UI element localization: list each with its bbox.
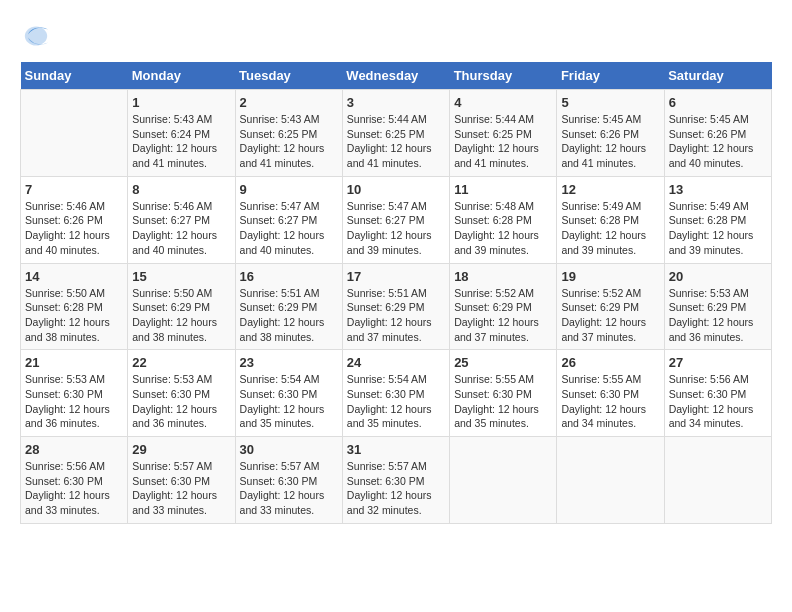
weekday-header-thursday: Thursday [450, 62, 557, 90]
day-number: 29 [132, 442, 230, 457]
day-info: Sunrise: 5:53 AMSunset: 6:30 PMDaylight:… [25, 372, 123, 431]
day-number: 14 [25, 269, 123, 284]
weekday-header-monday: Monday [128, 62, 235, 90]
calendar-week-row: 1Sunrise: 5:43 AMSunset: 6:24 PMDaylight… [21, 90, 772, 177]
weekday-header-wednesday: Wednesday [342, 62, 449, 90]
day-info: Sunrise: 5:54 AMSunset: 6:30 PMDaylight:… [240, 372, 338, 431]
day-number: 4 [454, 95, 552, 110]
day-info: Sunrise: 5:43 AMSunset: 6:25 PMDaylight:… [240, 112, 338, 171]
calendar-cell: 21Sunrise: 5:53 AMSunset: 6:30 PMDayligh… [21, 350, 128, 437]
day-info: Sunrise: 5:44 AMSunset: 6:25 PMDaylight:… [347, 112, 445, 171]
day-info: Sunrise: 5:45 AMSunset: 6:26 PMDaylight:… [561, 112, 659, 171]
day-info: Sunrise: 5:43 AMSunset: 6:24 PMDaylight:… [132, 112, 230, 171]
calendar-cell: 31Sunrise: 5:57 AMSunset: 6:30 PMDayligh… [342, 437, 449, 524]
page-header [20, 20, 772, 52]
day-info: Sunrise: 5:50 AMSunset: 6:29 PMDaylight:… [132, 286, 230, 345]
day-info: Sunrise: 5:49 AMSunset: 6:28 PMDaylight:… [669, 199, 767, 258]
day-number: 13 [669, 182, 767, 197]
day-number: 25 [454, 355, 552, 370]
calendar-cell: 24Sunrise: 5:54 AMSunset: 6:30 PMDayligh… [342, 350, 449, 437]
day-number: 31 [347, 442, 445, 457]
calendar-cell [21, 90, 128, 177]
day-info: Sunrise: 5:52 AMSunset: 6:29 PMDaylight:… [454, 286, 552, 345]
calendar-cell: 3Sunrise: 5:44 AMSunset: 6:25 PMDaylight… [342, 90, 449, 177]
day-info: Sunrise: 5:57 AMSunset: 6:30 PMDaylight:… [347, 459, 445, 518]
day-info: Sunrise: 5:49 AMSunset: 6:28 PMDaylight:… [561, 199, 659, 258]
calendar-cell: 20Sunrise: 5:53 AMSunset: 6:29 PMDayligh… [664, 263, 771, 350]
logo [20, 20, 56, 52]
day-number: 5 [561, 95, 659, 110]
calendar-cell: 4Sunrise: 5:44 AMSunset: 6:25 PMDaylight… [450, 90, 557, 177]
day-info: Sunrise: 5:47 AMSunset: 6:27 PMDaylight:… [240, 199, 338, 258]
calendar-cell: 30Sunrise: 5:57 AMSunset: 6:30 PMDayligh… [235, 437, 342, 524]
day-info: Sunrise: 5:46 AMSunset: 6:27 PMDaylight:… [132, 199, 230, 258]
calendar-cell: 28Sunrise: 5:56 AMSunset: 6:30 PMDayligh… [21, 437, 128, 524]
day-number: 7 [25, 182, 123, 197]
calendar-cell [664, 437, 771, 524]
day-number: 22 [132, 355, 230, 370]
calendar-cell: 13Sunrise: 5:49 AMSunset: 6:28 PMDayligh… [664, 176, 771, 263]
day-number: 19 [561, 269, 659, 284]
day-info: Sunrise: 5:53 AMSunset: 6:29 PMDaylight:… [669, 286, 767, 345]
day-number: 16 [240, 269, 338, 284]
day-info: Sunrise: 5:48 AMSunset: 6:28 PMDaylight:… [454, 199, 552, 258]
day-info: Sunrise: 5:55 AMSunset: 6:30 PMDaylight:… [454, 372, 552, 431]
day-info: Sunrise: 5:55 AMSunset: 6:30 PMDaylight:… [561, 372, 659, 431]
day-info: Sunrise: 5:54 AMSunset: 6:30 PMDaylight:… [347, 372, 445, 431]
day-info: Sunrise: 5:44 AMSunset: 6:25 PMDaylight:… [454, 112, 552, 171]
day-number: 8 [132, 182, 230, 197]
day-number: 11 [454, 182, 552, 197]
day-number: 12 [561, 182, 659, 197]
weekday-header-saturday: Saturday [664, 62, 771, 90]
weekday-header-friday: Friday [557, 62, 664, 90]
day-number: 20 [669, 269, 767, 284]
day-number: 1 [132, 95, 230, 110]
day-number: 15 [132, 269, 230, 284]
weekday-header-sunday: Sunday [21, 62, 128, 90]
day-number: 6 [669, 95, 767, 110]
calendar-week-row: 14Sunrise: 5:50 AMSunset: 6:28 PMDayligh… [21, 263, 772, 350]
day-info: Sunrise: 5:50 AMSunset: 6:28 PMDaylight:… [25, 286, 123, 345]
day-number: 17 [347, 269, 445, 284]
day-info: Sunrise: 5:52 AMSunset: 6:29 PMDaylight:… [561, 286, 659, 345]
calendar-cell: 22Sunrise: 5:53 AMSunset: 6:30 PMDayligh… [128, 350, 235, 437]
calendar-cell: 25Sunrise: 5:55 AMSunset: 6:30 PMDayligh… [450, 350, 557, 437]
calendar-cell [557, 437, 664, 524]
day-info: Sunrise: 5:56 AMSunset: 6:30 PMDaylight:… [669, 372, 767, 431]
day-number: 28 [25, 442, 123, 457]
day-number: 21 [25, 355, 123, 370]
calendar-cell: 23Sunrise: 5:54 AMSunset: 6:30 PMDayligh… [235, 350, 342, 437]
day-number: 9 [240, 182, 338, 197]
calendar-cell: 27Sunrise: 5:56 AMSunset: 6:30 PMDayligh… [664, 350, 771, 437]
day-number: 24 [347, 355, 445, 370]
calendar-cell: 7Sunrise: 5:46 AMSunset: 6:26 PMDaylight… [21, 176, 128, 263]
day-number: 3 [347, 95, 445, 110]
day-info: Sunrise: 5:47 AMSunset: 6:27 PMDaylight:… [347, 199, 445, 258]
calendar-cell: 18Sunrise: 5:52 AMSunset: 6:29 PMDayligh… [450, 263, 557, 350]
day-info: Sunrise: 5:53 AMSunset: 6:30 PMDaylight:… [132, 372, 230, 431]
day-info: Sunrise: 5:56 AMSunset: 6:30 PMDaylight:… [25, 459, 123, 518]
calendar-cell [450, 437, 557, 524]
day-number: 23 [240, 355, 338, 370]
day-number: 27 [669, 355, 767, 370]
calendar-cell: 10Sunrise: 5:47 AMSunset: 6:27 PMDayligh… [342, 176, 449, 263]
day-info: Sunrise: 5:57 AMSunset: 6:30 PMDaylight:… [132, 459, 230, 518]
calendar-cell: 26Sunrise: 5:55 AMSunset: 6:30 PMDayligh… [557, 350, 664, 437]
weekday-header-row: SundayMondayTuesdayWednesdayThursdayFrid… [21, 62, 772, 90]
calendar-cell: 1Sunrise: 5:43 AMSunset: 6:24 PMDaylight… [128, 90, 235, 177]
calendar-cell: 19Sunrise: 5:52 AMSunset: 6:29 PMDayligh… [557, 263, 664, 350]
day-number: 30 [240, 442, 338, 457]
day-number: 2 [240, 95, 338, 110]
calendar-week-row: 21Sunrise: 5:53 AMSunset: 6:30 PMDayligh… [21, 350, 772, 437]
calendar-cell: 2Sunrise: 5:43 AMSunset: 6:25 PMDaylight… [235, 90, 342, 177]
calendar-cell: 5Sunrise: 5:45 AMSunset: 6:26 PMDaylight… [557, 90, 664, 177]
calendar-week-row: 7Sunrise: 5:46 AMSunset: 6:26 PMDaylight… [21, 176, 772, 263]
day-number: 10 [347, 182, 445, 197]
calendar-week-row: 28Sunrise: 5:56 AMSunset: 6:30 PMDayligh… [21, 437, 772, 524]
calendar-cell: 16Sunrise: 5:51 AMSunset: 6:29 PMDayligh… [235, 263, 342, 350]
calendar-cell: 15Sunrise: 5:50 AMSunset: 6:29 PMDayligh… [128, 263, 235, 350]
day-info: Sunrise: 5:51 AMSunset: 6:29 PMDaylight:… [347, 286, 445, 345]
day-info: Sunrise: 5:45 AMSunset: 6:26 PMDaylight:… [669, 112, 767, 171]
day-info: Sunrise: 5:51 AMSunset: 6:29 PMDaylight:… [240, 286, 338, 345]
calendar-cell: 29Sunrise: 5:57 AMSunset: 6:30 PMDayligh… [128, 437, 235, 524]
